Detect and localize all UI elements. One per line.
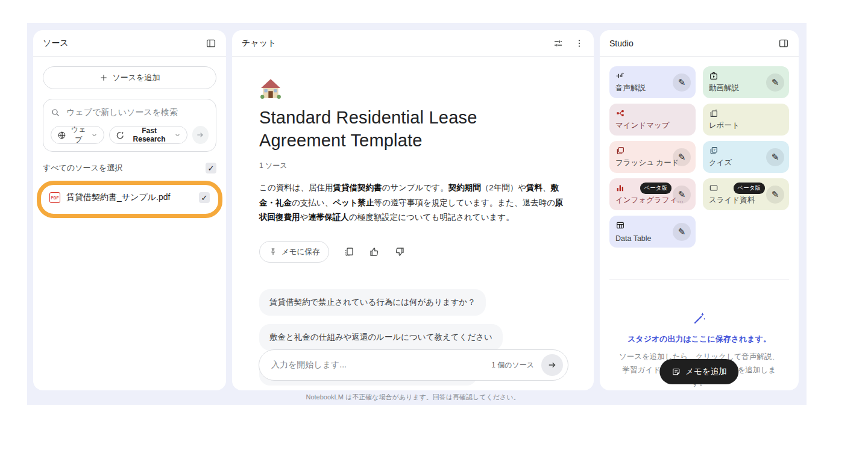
studio-card-grid: 音声解説 ✎ 動画解説 ✎ マインドマップ レポート フ [600, 57, 799, 257]
select-all-sources-label: すべてのソースを選択 [43, 163, 122, 173]
beta-badge: ベータ版 [640, 183, 671, 194]
card-quiz[interactable]: ? クイズ ✎ [703, 141, 789, 173]
house-emoji [259, 77, 282, 100]
thumbs-up-button[interactable] [369, 246, 380, 257]
magic-wand-icon [692, 311, 706, 325]
chevron-down-icon [174, 132, 181, 139]
research-sparkle-icon [116, 131, 125, 140]
copy-icon [344, 246, 354, 257]
svg-text:?: ? [714, 148, 715, 152]
card-slides[interactable]: スライド資料 ベータ版 ✎ [703, 178, 789, 210]
collapse-studio-panel-button[interactable] [778, 38, 789, 49]
thumbs-up-icon [369, 246, 380, 257]
card-data-table[interactable]: Data Table ✎ [609, 216, 696, 248]
add-source-button[interactable]: ソースを追加 [43, 66, 216, 89]
save-to-note-button[interactable]: メモに保存 [259, 241, 329, 263]
edit-pencil-button[interactable]: ✎ [766, 73, 784, 92]
panel-right-icon [778, 38, 789, 49]
add-note-label: メモを追加 [685, 366, 726, 377]
studio-divider [609, 279, 789, 279]
annotation-highlight-ring: PDF 賃貸借契約書_サンプル.pdf ✓ [37, 181, 222, 218]
arrow-right-icon [547, 360, 558, 370]
save-to-note-label: メモに保存 [281, 247, 319, 257]
source-list-item[interactable]: PDF 賃貸借契約書_サンプル.pdf ✓ [45, 190, 215, 205]
web-source-search-card: ウェブで新しいソースを検索 ウェブ Fast Research [43, 99, 216, 152]
sources-panel: ソース ソースを追加 ウェブで新しいソースを検索 ウェブ [33, 30, 226, 390]
web-filter-chip[interactable]: ウェブ [51, 126, 104, 144]
chevron-down-icon [91, 132, 98, 139]
note-icon [671, 367, 681, 376]
edit-pencil-button[interactable]: ✎ [766, 186, 784, 204]
source-file-name: 賃貸借契約書_サンプル.pdf [66, 192, 193, 203]
card-infographic[interactable]: インフォグラフィ... ベータ版 ✎ [609, 178, 696, 210]
search-icon [51, 108, 60, 117]
edit-pencil-button[interactable]: ✎ [673, 186, 691, 204]
source-checkbox[interactable]: ✓ [199, 192, 210, 203]
more-vert-icon [574, 39, 584, 48]
suggested-question[interactable]: 賃貸借契約で禁止されている行為には何がありますか？ [259, 289, 486, 316]
sources-header: ソース [33, 30, 226, 57]
tune-icon [553, 38, 564, 49]
mindmap-icon [615, 108, 690, 118]
notebook-title: Standard Residential Lease Agreement Tem… [259, 106, 567, 152]
card-mind-map[interactable]: マインドマップ [609, 104, 696, 136]
thumbs-down-button[interactable] [394, 246, 405, 257]
panel-left-icon [206, 38, 216, 49]
edit-pencil-button[interactable]: ✎ [673, 223, 691, 241]
plus-icon [99, 73, 108, 82]
disclaimer-text: NotebookLM は不正確な場合があります。回答は再確認してください。 [232, 393, 594, 402]
chat-input-bar[interactable]: 入力を開始します... 1 個のソース [259, 349, 568, 381]
send-button[interactable] [541, 354, 563, 376]
studio-empty-title: スタジオの出力はここに保存されます。 [615, 334, 783, 345]
chat-title: チャット [242, 38, 276, 49]
summary-text: この資料は、居住用賃貸借契約書のサンプルです。契約期間（2年間）や賃料、敷金・礼… [259, 181, 567, 226]
thumbs-down-icon [394, 246, 405, 257]
select-all-checkbox[interactable]: ✓ [206, 163, 216, 173]
card-label: レポート [709, 120, 783, 131]
card-audio-overview[interactable]: 音声解説 ✎ [609, 66, 696, 98]
fast-research-chip[interactable]: Fast Research [109, 126, 187, 144]
source-count: 1 ソース [259, 161, 567, 171]
search-submit-button[interactable] [192, 126, 209, 144]
chat-more-options-button[interactable] [574, 39, 584, 48]
arrow-right-icon [195, 130, 205, 140]
sources-title: ソース [43, 38, 69, 49]
card-flashcards[interactable]: フラッシュ カード ✎ [609, 141, 696, 173]
beta-badge: ベータ版 [734, 183, 765, 194]
copy-button[interactable] [344, 246, 354, 257]
pin-icon [269, 248, 277, 256]
chat-settings-button[interactable] [553, 38, 564, 49]
report-icon [709, 108, 783, 118]
studio-header: Studio [600, 30, 799, 57]
edit-pencil-button[interactable]: ✎ [673, 73, 691, 92]
source-search-input[interactable]: ウェブで新しいソースを検索 [51, 107, 209, 118]
chat-panel: チャット Standard R [232, 30, 594, 390]
add-note-button[interactable]: メモを追加 [659, 359, 738, 384]
source-search-placeholder: ウェブで新しいソースを検索 [66, 107, 178, 118]
fast-research-label: Fast Research [128, 126, 171, 143]
studio-title: Studio [609, 39, 634, 48]
suggested-question[interactable]: 敷金と礼金の仕組みや返還のルールについて教えてください [259, 324, 503, 351]
edit-pencil-button[interactable]: ✎ [673, 148, 691, 166]
input-source-count: 1 個のソース [491, 360, 534, 370]
globe-icon [57, 131, 66, 140]
chat-input-placeholder: 入力を開始します... [271, 360, 491, 370]
card-reports[interactable]: レポート [703, 104, 789, 136]
pdf-file-icon: PDF [49, 192, 60, 203]
studio-panel: Studio 音声解説 ✎ 動画解説 ✎ マインドマップ [600, 30, 799, 390]
collapse-sources-panel-button[interactable] [206, 38, 216, 49]
card-label: マインドマップ [615, 120, 690, 131]
card-video-overview[interactable]: 動画解説 ✎ [703, 66, 789, 98]
web-chip-label: ウェブ [69, 125, 88, 145]
chat-header: チャット [232, 30, 594, 57]
add-source-label: ソースを追加 [113, 72, 160, 83]
edit-pencil-button[interactable]: ✎ [766, 148, 784, 166]
